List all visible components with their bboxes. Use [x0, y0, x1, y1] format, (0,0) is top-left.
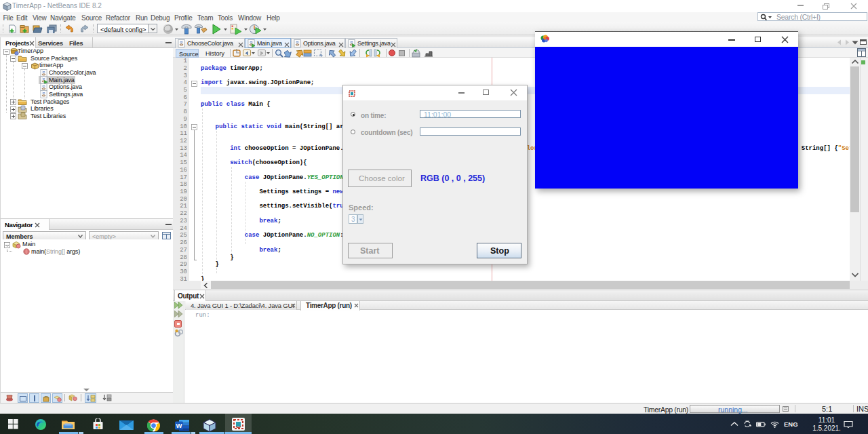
svg-text:W: W: [176, 422, 182, 429]
